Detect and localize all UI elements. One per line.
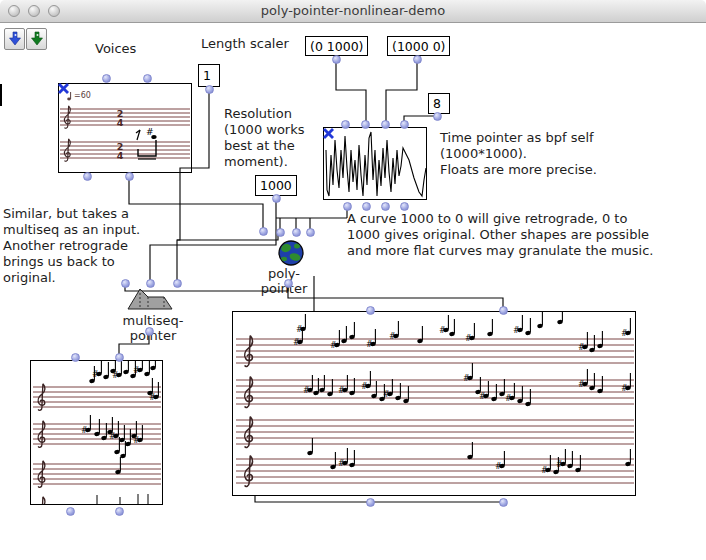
connection-port[interactable] [115,353,124,362]
connection-port[interactable] [102,74,111,83]
connection-port[interactable] [71,353,80,362]
connection-port[interactable] [366,498,375,507]
value-box-resolution-value[interactable]: 1000 [255,175,297,196]
blue-down-arrow-button[interactable] [4,28,25,50]
connection-port[interactable] [66,507,75,516]
multiseq-pointer-trapezoid-icon[interactable] [127,288,173,310]
time-pointer-comment: Time pointer as bpf self (1000*1000). Fl… [440,130,597,178]
output-score-box[interactable] [232,311,636,496]
voices-score-box[interactable] [58,83,192,173]
value-box-range-0-1000[interactable]: (0 1000) [305,36,368,56]
length-scaler-label: Length scaler [201,36,289,52]
poly-pointer-globe-icon[interactable] [278,240,305,267]
connection-port[interactable] [272,194,281,203]
offscreen-box-edge [0,84,2,106]
green-down-arrow-icon [30,31,44,47]
resolution-comment: Resolution (1000 works best at the momen… [224,106,316,170]
connection-port[interactable] [145,327,154,336]
connection-port[interactable] [121,279,130,288]
connection-port[interactable] [292,228,301,237]
title-bar[interactable]: poly-pointer-nonlinear-demo [0,0,706,23]
curve-comment: A curve 1000 to 0 will give retrograde, … [347,211,653,259]
connection-port[interactable] [83,172,92,181]
connection-port[interactable] [400,120,409,129]
connection-port[interactable] [361,120,370,129]
connection-port[interactable] [400,202,409,211]
connection-port[interactable] [499,498,508,507]
connection-port[interactable] [143,74,152,83]
bpf-curve-box[interactable] [323,127,427,200]
connection-port[interactable] [362,202,371,211]
value-box-eight-value[interactable]: 8 [428,93,450,114]
multiseq-score-box[interactable] [30,360,163,505]
connection-port[interactable] [413,55,422,64]
value-box-length-scaler-value[interactable]: 1 [198,64,220,87]
connection-port[interactable] [276,228,285,237]
connection-port[interactable] [173,279,182,288]
app-window: poly-pointer-nonlinear-demo Voices Lengt… [0,0,706,560]
connection-port[interactable] [259,227,268,236]
green-down-arrow-button[interactable] [26,28,47,50]
blue-down-arrow-icon [8,31,22,47]
connection-port[interactable] [381,202,390,211]
window-title: poly-pointer-nonlinear-demo [0,3,706,18]
connection-port[interactable] [366,306,375,315]
connection-port[interactable] [343,202,352,211]
similar-comment: Similar, but takes a multiseq as an inpu… [3,206,140,286]
connection-port[interactable] [284,279,293,288]
connection-port[interactable] [115,507,124,516]
connection-port[interactable] [341,120,350,129]
connection-port[interactable] [205,85,214,94]
connection-port[interactable] [332,55,341,64]
connection-port[interactable] [499,306,508,315]
value-box-range-1000-0[interactable]: (1000 0) [387,36,450,56]
connection-port[interactable] [306,228,315,237]
voices-label: Voices [95,41,136,57]
connection-port[interactable] [433,112,442,121]
connection-port[interactable] [125,172,134,181]
connection-port[interactable] [381,120,390,129]
connection-port[interactable] [146,279,155,288]
